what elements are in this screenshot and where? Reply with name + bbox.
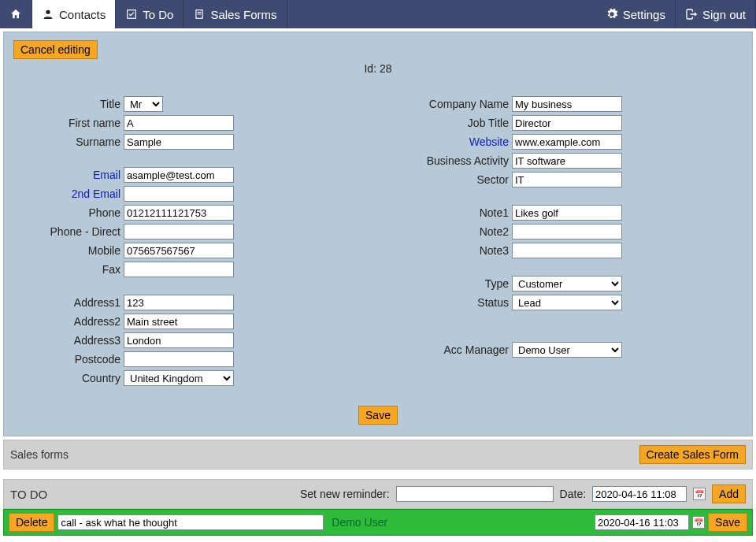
nav-settings-label: Settings [623, 8, 665, 21]
sales-forms-title: Sales forms [10, 448, 639, 461]
label-title: Title [13, 98, 124, 110]
nav-settings[interactable]: Settings [596, 0, 676, 28]
left-column: Title Mr First name Surname Email 2nd Em… [13, 95, 354, 388]
label-postcode: Postcode [13, 353, 124, 366]
todo-row: Delete Demo User 📅 Save [3, 509, 753, 536]
contact-id: Id: 28 [13, 62, 743, 75]
postcode-input[interactable] [124, 351, 234, 367]
bizactivity-input[interactable] [512, 153, 622, 169]
nav-salesforms-label: Sales Forms [210, 8, 276, 21]
label-email2[interactable]: 2nd Email [13, 187, 124, 200]
label-address3: Address3 [13, 334, 124, 347]
label-country: Country [13, 372, 124, 384]
jobtitle-input[interactable] [512, 115, 622, 131]
check-icon [125, 8, 138, 20]
delete-todo-button[interactable]: Delete [9, 513, 54, 532]
gear-icon [606, 8, 618, 20]
phone-direct-input[interactable] [124, 224, 234, 239]
sector-input[interactable] [512, 172, 622, 187]
email2-input[interactable] [124, 186, 234, 202]
form-columns: Title Mr First name Surname Email 2nd Em… [13, 95, 743, 388]
cancel-editing-button[interactable]: Cancel editing [13, 40, 98, 59]
new-reminder-input[interactable] [396, 486, 554, 502]
mobile-input[interactable] [124, 243, 234, 258]
label-email[interactable]: Email [13, 169, 124, 181]
country-select[interactable]: United Kingdom [124, 370, 234, 386]
nav-contacts-label: Contacts [59, 8, 106, 21]
todo-header: TO DO Set new reminder: Date: 📅 Add [3, 479, 753, 509]
todo-panel: TO DO Set new reminder: Date: 📅 Add Dele… [3, 479, 753, 536]
label-address2: Address2 [13, 315, 124, 328]
contact-edit-panel: Cancel editing Id: 28 Title Mr First nam… [3, 32, 753, 436]
svg-point-0 [46, 10, 50, 14]
phone-input[interactable] [124, 205, 234, 221]
status-select[interactable]: Lead [512, 295, 622, 310]
label-website[interactable]: Website [402, 136, 512, 148]
note1-input[interactable] [512, 205, 622, 221]
calendar-icon[interactable]: 📅 [692, 516, 705, 529]
person-icon [42, 8, 54, 20]
title-select[interactable]: Mr [124, 96, 163, 112]
type-select[interactable]: Customer [512, 276, 622, 291]
label-surname: Surname [13, 136, 124, 148]
note2-input[interactable] [512, 224, 622, 239]
label-phone-direct: Phone - Direct [13, 225, 124, 238]
save-todo-button[interactable]: Save [708, 513, 747, 532]
label-jobtitle: Job Title [402, 117, 512, 129]
fax-input[interactable] [124, 262, 234, 277]
address2-input[interactable] [124, 314, 234, 329]
accmanager-select[interactable]: Demo User [512, 342, 622, 358]
todo-title: TO DO [10, 488, 294, 501]
surname-input[interactable] [124, 134, 234, 150]
add-reminder-button[interactable]: Add [712, 484, 746, 503]
top-nav: Contacts To Do Sales Forms Settings Sign… [0, 0, 756, 28]
sales-forms-bar: Sales forms Create Sales Form [3, 440, 753, 470]
signout-icon [685, 8, 698, 20]
set-reminder-label: Set new reminder: [300, 488, 390, 500]
new-reminder-date-input[interactable] [592, 486, 687, 502]
address3-input[interactable] [124, 332, 234, 348]
label-note1: Note1 [402, 206, 512, 219]
right-column: Company Name Job Title Website Business … [402, 95, 743, 388]
calendar-icon[interactable]: 📅 [693, 488, 706, 500]
todo-date-input[interactable] [595, 514, 689, 530]
form-icon [193, 8, 206, 20]
label-status: Status [402, 296, 512, 309]
note3-input[interactable] [512, 243, 622, 258]
label-sector: Sector [402, 173, 512, 186]
todo-user: Demo User [332, 516, 591, 529]
nav-salesforms[interactable]: Sales Forms [183, 0, 287, 28]
nav-signout-label: Sign out [702, 8, 746, 21]
todo-text-input[interactable] [57, 514, 324, 530]
label-note2: Note2 [402, 225, 512, 238]
website-input[interactable] [512, 134, 622, 150]
id-label: Id: [364, 62, 376, 75]
label-firstname: First name [13, 117, 124, 129]
save-button[interactable]: Save [358, 406, 398, 425]
nav-spacer [287, 0, 596, 28]
nav-todo-label: To Do [143, 8, 173, 21]
firstname-input[interactable] [124, 115, 234, 131]
id-value: 28 [380, 62, 392, 75]
nav-home[interactable] [0, 0, 32, 28]
label-accmanager: Acc Manager [402, 343, 512, 356]
create-sales-form-button[interactable]: Create Sales Form [639, 445, 746, 464]
label-mobile: Mobile [13, 244, 124, 257]
label-address1: Address1 [13, 296, 124, 309]
email-input[interactable] [124, 167, 234, 183]
home-icon [9, 8, 22, 20]
date-label: Date: [560, 488, 586, 500]
nav-signout[interactable]: Sign out [676, 0, 756, 28]
company-input[interactable] [512, 96, 622, 112]
label-type: Type [402, 277, 512, 290]
label-phone: Phone [13, 206, 124, 219]
label-fax: Fax [13, 263, 124, 276]
label-note3: Note3 [402, 244, 512, 257]
nav-todo[interactable]: To Do [116, 0, 183, 28]
nav-contacts[interactable]: Contacts [32, 0, 116, 28]
label-company: Company Name [402, 98, 512, 110]
label-bizactivity: Business Activity [402, 154, 512, 167]
address1-input[interactable] [124, 295, 234, 310]
